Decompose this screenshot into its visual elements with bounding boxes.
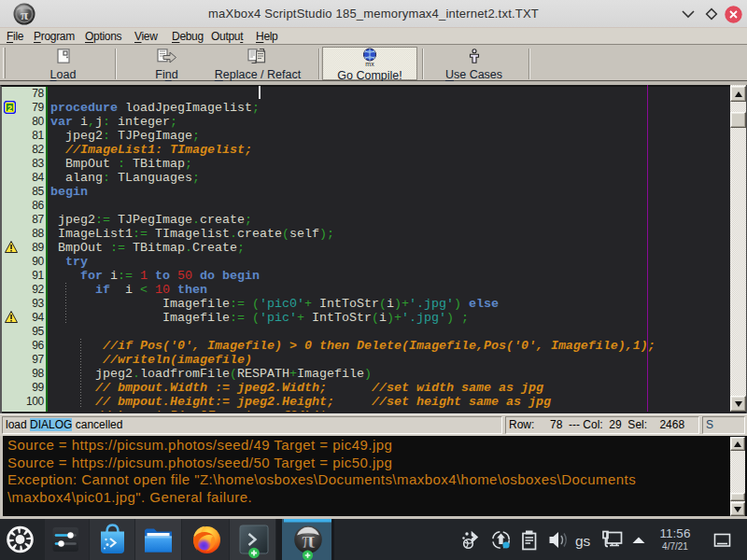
svg-text:gs: gs <box>575 533 591 549</box>
svg-text:4/7/21: 4/7/21 <box>662 541 688 552</box>
svg-text:2: 2 <box>7 104 12 113</box>
svg-text:π: π <box>21 7 29 22</box>
svg-text:π: π <box>302 526 315 553</box>
svg-text:mx: mx <box>365 61 374 67</box>
svg-text:11:56: 11:56 <box>660 526 691 540</box>
